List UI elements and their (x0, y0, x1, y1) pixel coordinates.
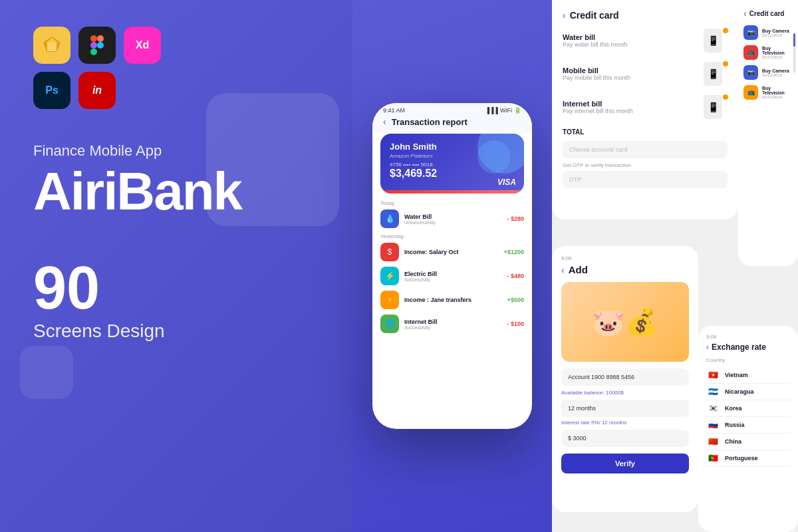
txn-electric-amount: - $480 (507, 273, 524, 279)
cc-icon-4: 📺 (743, 85, 758, 100)
bills-header: ‹ Credit card (563, 10, 728, 21)
cc-date-3: 02/11/2018 (762, 73, 789, 77)
phone-back-btn[interactable]: ‹ (383, 116, 386, 127)
scroll-indicator (793, 33, 795, 73)
months-input[interactable]: 12 months (561, 400, 689, 417)
credit-card-list: ‹ Credit card 📷 Buy Camera 02/11/2018 📺 … (738, 0, 798, 266)
phone-time: 9:41 AM (383, 107, 405, 114)
signal-icon: ▐▐▐ (485, 107, 498, 114)
country-korea[interactable]: 🇰🇷 Korea (706, 400, 790, 417)
card-circle-2 (477, 140, 511, 174)
invision-icon: in (78, 72, 116, 109)
phone-header-title: Transaction report (392, 117, 467, 127)
left-section: Xd Ps in Finance Mobile App AiriBank 90 … (0, 0, 352, 532)
otp-label: Get OTP to verify transaction (563, 162, 728, 168)
tool-icons-container: Xd Ps in (33, 27, 193, 109)
exchange-back-btn[interactable]: ‹ (706, 342, 709, 352)
cc-info-4: Buy Television 02/11/2018 (762, 86, 793, 99)
add-title: Add (569, 264, 588, 275)
txn-internet-amount: - $100 (507, 321, 524, 327)
phone-mockup: 9:41 AM ▐▐▐ WiFi 🔋 ‹ Transaction report … (372, 103, 532, 429)
balance-hint: Available balance: 10000$ (561, 390, 689, 396)
exchange-header: ‹ Exchange rate (706, 342, 790, 352)
txn-internet-info: Internet Bill Successfully (404, 319, 501, 330)
interest-hint: Interest rate 5%/ 12 months (561, 420, 689, 426)
cc-date-1: 02/11/2018 (762, 33, 789, 37)
water-bill-icon: 📱 (704, 29, 722, 53)
txn-jane-info: Income : Jane transfers (404, 297, 502, 303)
txn-electric: ⚡ Electric Bill Successfully - $480 (380, 267, 524, 285)
figma-icon (78, 27, 116, 64)
svg-rect-6 (90, 35, 97, 42)
account-input[interactable]: Account 1900 8988 5456 (561, 368, 689, 386)
bills-back-btn[interactable]: ‹ (563, 10, 566, 21)
country-nicaragua[interactable]: 🇳🇮 Nicaragua (706, 384, 790, 400)
yesterday-label: Yesterday (380, 233, 524, 239)
battery-icon: 🔋 (514, 107, 521, 114)
txn-salary-icon: $ (380, 243, 399, 261)
svg-rect-8 (90, 42, 97, 49)
russia-flag: 🇷🇺 (706, 420, 720, 430)
cc-list-title: Credit card (749, 10, 785, 17)
cc-list-back[interactable]: ‹ (743, 8, 747, 19)
cc-info-3: Buy Camera 02/11/2018 (762, 68, 789, 77)
water-bill-info: Water bill Pay water bill this month (563, 33, 696, 48)
add-screen-time: 9:09 (561, 255, 689, 261)
internet-bill-info: Internet bill Pay internet bill this mon… (563, 100, 696, 114)
txn-jane-amount: +$500 (507, 297, 524, 303)
russia-name: Russia (725, 422, 745, 428)
today-label: Today (380, 200, 524, 206)
country-vietnam[interactable]: 🇻🇳 Vietnam (706, 367, 790, 384)
otp-field[interactable]: OTP (563, 171, 728, 188)
nicaragua-flag: 🇳🇮 (706, 387, 720, 396)
internet-bill-item: Internet bill Pay internet bill this mon… (563, 95, 728, 119)
water-bill-icon-container: 📱 (704, 29, 728, 53)
cc-item-2: 📺 Buy Television 02/11/2018 (743, 45, 793, 60)
mobile-bill-info: Mobile bill Pay mobile bill this month (563, 66, 696, 81)
internet-bill-name: Internet bill (563, 100, 696, 108)
cc-name-2: Buy Television (762, 46, 793, 55)
txn-water-icon: 💧 (380, 209, 399, 228)
wifi-icon: WiFi (500, 107, 512, 114)
txn-electric-status: Successfully (404, 277, 501, 282)
sketch-icon (33, 27, 70, 64)
verify-button[interactable]: Verify (561, 454, 689, 473)
txn-water-info: Water Bill Unsuccessfully (404, 213, 501, 225)
country-russia[interactable]: 🇷🇺 Russia (706, 417, 790, 434)
cc-icon-3: 📷 (743, 65, 758, 80)
cc-date-4: 02/11/2018 (762, 95, 793, 99)
status-bar: 9:41 AM ▐▐▐ WiFi 🔋 (372, 103, 532, 114)
cc-name-3: Buy Camera (762, 68, 789, 73)
mobile-bill-item: Mobile bill Pay mobile bill this month 📱 (563, 62, 728, 86)
exchange-time: 9:09 (706, 334, 790, 340)
cc-date-2: 02/11/2018 (762, 55, 793, 59)
ps-icon: Ps (33, 72, 70, 109)
txn-jane: ↑ Income : Jane transfers +$500 (380, 291, 524, 309)
right-section: ‹ Credit card Water bill Pay water bill … (552, 0, 798, 532)
china-name: China (725, 438, 741, 445)
add-back-btn[interactable]: ‹ (561, 265, 565, 275)
country-china[interactable]: 🇨🇳 China (706, 434, 790, 450)
add-screen: 9:09 ‹ Add 🐷💰 Account 1900 8988 5456 Ava… (552, 246, 698, 512)
txn-internet: 🌐 Internet Bill Successfully - $100 (380, 315, 524, 333)
water-bill-item: Water bill Pay water bill this month 📱 (563, 29, 728, 53)
cc-icon-2: 📺 (743, 45, 758, 60)
add-header: ‹ Add (561, 264, 689, 275)
china-flag: 🇨🇳 (706, 437, 720, 446)
txn-salary-info: Income: Salary Oct (404, 249, 499, 255)
nicaragua-name: Nicaragua (725, 388, 754, 395)
cc-list-header: ‹ Credit card (743, 8, 793, 19)
country-portuguese[interactable]: 🇵🇹 Portuguese (706, 450, 790, 467)
txn-jane-name: Income : Jane transfers (404, 297, 502, 303)
svg-rect-7 (97, 35, 104, 42)
portuguese-name: Portuguese (725, 455, 758, 462)
cc-icon-1: 📷 (743, 25, 758, 40)
phone-container: 9:41 AM ▐▐▐ WiFi 🔋 ‹ Transaction report … (352, 0, 552, 532)
piggy-illustration: 🐷💰 (561, 282, 689, 362)
amount-input[interactable]: $ 3000 (561, 430, 689, 447)
txn-water-name: Water Bill (404, 213, 501, 220)
txn-water-status: Unsuccessfully (404, 220, 501, 225)
account-card-field[interactable]: Choose account/ card (563, 141, 728, 158)
bills-title: Credit card (570, 10, 619, 21)
mobile-bill-sub: Pay mobile bill this month (563, 74, 696, 81)
